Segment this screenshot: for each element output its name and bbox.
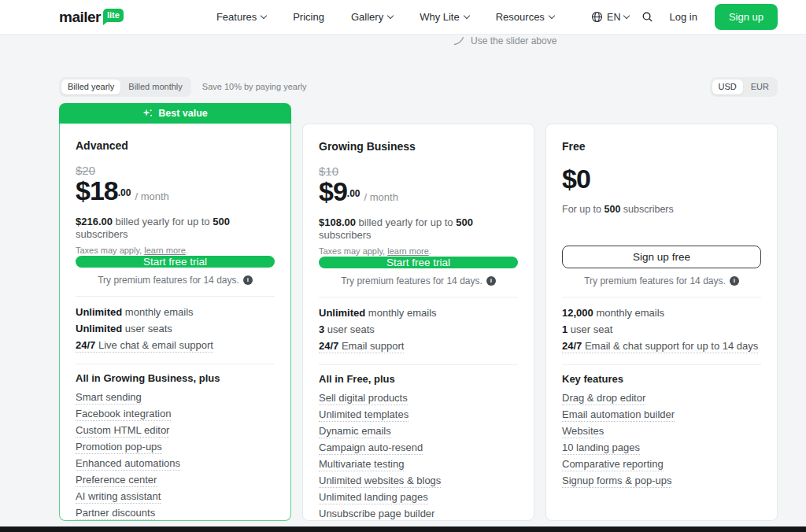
info-icon[interactable]: i <box>243 275 253 285</box>
limit-support: 24/7 Live chat & email support <box>76 338 275 353</box>
price: $9.00/ month <box>319 179 518 210</box>
nav-item-pricing[interactable]: Pricing <box>293 11 324 23</box>
info-icon[interactable]: i <box>730 276 739 286</box>
info-icon[interactable]: i <box>486 276 496 286</box>
features-section-header: All in Growing Business, plus <box>76 372 275 384</box>
sign-up-free-button[interactable]: Sign up free <box>562 246 761 268</box>
feature-item: Enhanced automations <box>76 456 275 471</box>
save-note: Save 10% by paying yearly <box>202 82 307 91</box>
chevron-down-icon <box>549 13 555 19</box>
nav-label: Pricing <box>293 11 324 23</box>
feature-item: Preference center <box>76 472 275 488</box>
billing-option-yearly[interactable]: Billed yearly <box>61 79 120 94</box>
price-amount: $18 <box>76 175 118 205</box>
price-period: / month <box>364 191 398 203</box>
language-label: EN <box>607 12 620 23</box>
plan-limits: Unlimited monthly emails 3 user seats 24… <box>319 305 518 354</box>
price: $0 <box>562 166 761 197</box>
nav-item-why-lite[interactable]: Why Lite <box>420 11 469 23</box>
mailerlite-logo[interactable]: mailer lite <box>59 9 124 26</box>
limit-support: 24/7 Email & chat support for up to 14 d… <box>562 338 761 354</box>
learn-more-link[interactable]: learn more <box>387 246 429 256</box>
plan-column-advanced: Best value Advanced $20 $18.00/ month $2… <box>59 103 291 521</box>
limit-monthly-emails: Unlimited monthly emails <box>76 305 275 320</box>
slider-hint-text: Use the slider above <box>471 35 556 46</box>
feature-item: Multivariate testing <box>319 456 518 472</box>
plan-limits: 12,000 monthly emails 1 user seat 24/7 E… <box>562 305 761 354</box>
plan-name: Free <box>562 140 761 153</box>
nav-item-resources[interactable]: Resources <box>496 11 554 23</box>
start-free-trial-button[interactable]: Start free trial <box>76 256 275 268</box>
divider <box>76 364 275 364</box>
bottom-dark-strip <box>0 526 806 532</box>
feature-item: Custom HTML editor <box>76 423 275 438</box>
billed-note: $216.00 billed yearly for up to 500 subs… <box>76 216 275 241</box>
feature-item: Unlimited landing pages <box>319 490 518 505</box>
curved-arrow-icon <box>453 36 464 46</box>
trial-note: Try premium features for 14 days. i <box>76 275 275 286</box>
main-nav: Features Pricing Gallery Why Lite Resour… <box>216 11 554 23</box>
logo-brand-text: mailer <box>59 9 101 26</box>
slider-hint: Use the slider above <box>453 35 556 47</box>
limit-user-seats: Unlimited user seats <box>76 321 275 337</box>
trial-note: Try premium features for 14 days. i <box>562 275 761 286</box>
price-amount: $9 <box>319 176 347 206</box>
learn-more-link[interactable]: learn more <box>144 246 186 255</box>
plan-column-growing-business: Growing Business $10 $9.00/ month $108.0… <box>302 103 534 521</box>
features-section-header: All in Free, plus <box>319 373 518 385</box>
feature-item: Drag & drop editor <box>562 390 761 406</box>
login-link[interactable]: Log in <box>669 11 697 23</box>
divider <box>562 297 761 297</box>
header-right-cluster: EN Log in Sign up <box>591 4 778 30</box>
limit-monthly-emails: Unlimited monthly emails <box>319 305 518 321</box>
language-selector[interactable]: EN <box>591 11 629 23</box>
feature-item: Unlimited templates <box>319 407 518 423</box>
feature-item: 10 landing pages <box>562 440 761 456</box>
nav-item-gallery[interactable]: Gallery <box>351 11 393 23</box>
billed-note: $108.00 billed yearly for up to 500 subs… <box>319 216 518 242</box>
pricing-content: Billed yearly Billed monthly Save 10% by… <box>59 77 778 521</box>
trial-note: Try premium features for 14 days. i <box>319 275 518 286</box>
plan-card-growing-business: Growing Business $10 $9.00/ month $108.0… <box>302 124 534 521</box>
features-section-header: Key features <box>562 373 761 385</box>
feature-item: Dynamic emails <box>319 423 518 439</box>
price-period: / month <box>135 190 168 202</box>
feature-item: Smart sending <box>76 390 275 405</box>
feature-item: Sell digital products <box>319 390 518 406</box>
divider <box>319 297 518 297</box>
signup-button[interactable]: Sign up <box>715 4 778 30</box>
nav-label: Why Lite <box>420 11 460 23</box>
feature-item: Comparative reporting <box>562 456 761 472</box>
features-list: Sell digital products Unlimited template… <box>319 390 518 521</box>
search-icon[interactable] <box>641 11 653 23</box>
billing-option-monthly[interactable]: Billed monthly <box>122 79 188 94</box>
price-cents: .00 <box>118 187 131 198</box>
sparkle-icon <box>142 109 153 119</box>
limit-user-seats: 1 user seat <box>562 322 761 338</box>
divider <box>76 296 275 297</box>
nav-item-features[interactable]: Features <box>216 11 266 23</box>
feature-item: AI writing assistant <box>76 489 275 504</box>
chevron-down-icon <box>463 13 469 19</box>
price-amount: $0 <box>562 164 590 194</box>
taxes-note: Taxes may apply, learn more. <box>319 246 518 257</box>
start-free-trial-button[interactable]: Start free trial <box>319 257 518 268</box>
chevron-down-icon <box>387 13 394 19</box>
price: $18.00/ month <box>76 178 275 209</box>
divider <box>319 364 518 365</box>
feature-item: Websites <box>562 423 761 439</box>
currency-option-eur[interactable]: EUR <box>745 79 775 94</box>
plan-card-advanced: Advanced $20 $18.00/ month $216.00 bille… <box>59 124 291 521</box>
pricing-controls-row: Billed yearly Billed monthly Save 10% by… <box>59 77 778 96</box>
chevron-down-icon <box>623 13 630 19</box>
feature-item: Unsubscribe page builder <box>319 506 518 521</box>
currency-option-usd[interactable]: USD <box>712 79 743 94</box>
feature-item: Email automation builder <box>562 407 761 423</box>
price-cents: .00 <box>347 188 360 199</box>
nav-label: Features <box>216 11 257 23</box>
plan-column-free: Free $0 For up to 500 subscribers Sign u… <box>545 103 778 521</box>
plan-card-free: Free $0 For up to 500 subscribers Sign u… <box>545 124 778 521</box>
currency-toggle: USD EUR <box>710 77 778 97</box>
taxes-note: Taxes may apply, learn more. <box>76 246 275 256</box>
best-value-label: Best value <box>158 108 208 119</box>
